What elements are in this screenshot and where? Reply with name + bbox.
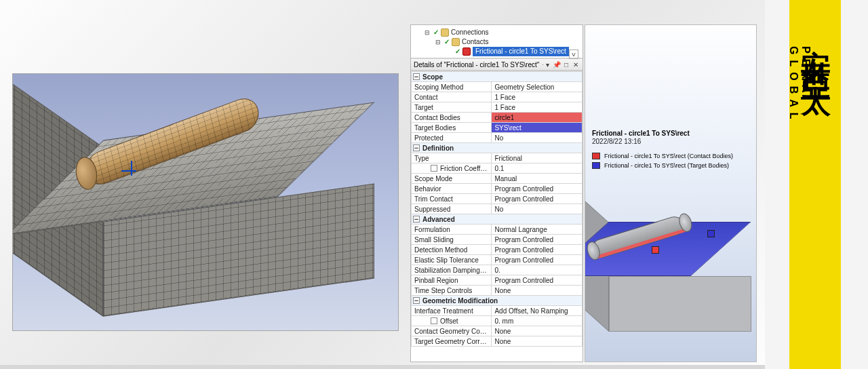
prop-value[interactable]: None	[492, 286, 583, 296]
section-definition: −Definition	[412, 143, 583, 153]
check-icon: ✓	[455, 47, 460, 56]
prop-label: Friction Coefficient	[412, 163, 492, 174]
collapse-icon[interactable]: ⊟	[434, 38, 442, 46]
prop-value[interactable]: No	[492, 133, 583, 143]
brand-sidebar: PERA GLOBAL 安世亞太	[765, 0, 868, 369]
prop-label: Pinball Region	[412, 275, 492, 286]
prop-value[interactable]: Frictional	[492, 153, 583, 163]
prop-label: Suppressed	[412, 204, 492, 214]
prop-value[interactable]: Manual	[492, 174, 583, 184]
prop-label: Contact Bodies	[412, 113, 492, 123]
prop-label: Offset	[412, 316, 492, 326]
minus-icon[interactable]: −	[413, 297, 420, 304]
prop-value[interactable]: Program Controlled	[492, 245, 583, 255]
legend-target: Frictional - circle1 To SYS\rect (Target…	[592, 162, 729, 169]
contact-marker-icon	[652, 246, 659, 254]
folder-icon	[452, 38, 460, 46]
prop-label: Target	[412, 102, 492, 113]
prop-label: Contact Geometry Correction	[412, 326, 492, 336]
minus-icon[interactable]: −	[413, 73, 420, 80]
mesh-block	[121, 112, 352, 307]
prop-value[interactable]: 0. mm	[492, 316, 583, 326]
minus-icon[interactable]: −	[413, 216, 420, 222]
tree-node-frictional[interactable]: Frictional - circle1 To SYS\rect	[473, 47, 569, 56]
prop-label: Time Step Controls	[412, 286, 492, 296]
brand-english: PERA GLOBAL	[787, 46, 812, 125]
prop-value-contact-bodies[interactable]: circle1	[492, 113, 583, 123]
prop-value[interactable]: Program Controlled	[492, 235, 583, 245]
details-titlebar: Details of "Frictional - circle1 To SYS\…	[411, 58, 583, 71]
coordinate-triad-icon	[121, 161, 142, 181]
checkbox-icon[interactable]	[431, 165, 437, 172]
contact-geometry	[606, 222, 748, 334]
prop-value[interactable]: None	[492, 336, 583, 347]
legend-contact: Frictional - circle1 To SYS\rect (Contac…	[592, 153, 733, 159]
legend-label: Frictional - circle1 To SYS\rect (Target…	[604, 162, 729, 169]
viewport-timestamp: 2022/8/22 13:16	[592, 138, 641, 145]
prop-label: Trim Contact	[412, 194, 492, 204]
prop-value[interactable]: Geometry Selection	[492, 82, 583, 92]
prop-label: Behavior	[412, 184, 492, 194]
prop-value[interactable]: None	[492, 326, 583, 336]
prop-value[interactable]: Program Controlled	[492, 275, 583, 286]
prop-value[interactable]: Program Controlled	[492, 194, 583, 204]
section-advanced: −Advanced	[412, 214, 583, 225]
contact-preview-viewport[interactable]: Frictional - circle1 To SYS\rect 2022/8/…	[585, 24, 757, 362]
check-icon: ✓	[433, 28, 439, 37]
prop-value[interactable]: 0.	[492, 265, 583, 275]
prop-label: Scope Mode	[412, 174, 492, 184]
prop-label: Detection Method	[412, 245, 492, 255]
folder-icon	[441, 28, 449, 37]
target-marker-icon	[707, 230, 715, 237]
prop-label: Small Sliding	[412, 235, 492, 245]
dropdown-icon[interactable]: ▾	[543, 61, 551, 69]
legend-label: Frictional - circle1 To SYS\rect (Contac…	[604, 153, 733, 159]
prop-label: Target Bodies	[412, 123, 492, 133]
details-title-text: Details of "Frictional - circle1 To SYS\…	[414, 61, 539, 69]
footer-divider	[0, 365, 765, 369]
prop-label: Protected	[412, 133, 492, 143]
dock-icon[interactable]: □	[562, 61, 570, 69]
prop-value[interactable]: 0.1	[492, 163, 583, 174]
prop-value[interactable]: Program Controlled	[492, 255, 583, 265]
details-panel: ⊟ ✓ Connections ⊟ ✓ Contacts ✓ Frictiona…	[410, 24, 583, 362]
prop-label: Scoping Method	[412, 82, 492, 92]
collapse-icon[interactable]: ⊟	[423, 28, 431, 37]
close-icon[interactable]: ✕	[572, 61, 580, 69]
outline-tree[interactable]: ⊟ ✓ Connections ⊟ ✓ Contacts ✓ Frictiona…	[411, 25, 583, 58]
prop-value[interactable]: 1 Face	[492, 92, 583, 102]
prop-value[interactable]: No	[492, 204, 583, 214]
checkbox-icon[interactable]	[431, 317, 437, 324]
section-geometric-modification: −Geometric Modification	[412, 296, 583, 306]
prop-label: Target Geometry Correction	[412, 336, 492, 347]
tree-node-connections[interactable]: Connections	[451, 28, 489, 37]
tree-dropdown-icon[interactable]: ⅴ	[569, 50, 578, 59]
viewport-title: Frictional - circle1 To SYS\rect	[592, 130, 690, 137]
prop-label: Stabilization Damping Factor	[412, 265, 492, 275]
prop-value[interactable]: 1 Face	[492, 102, 583, 113]
prop-value[interactable]: Add Offset, No Ramping	[492, 306, 583, 316]
prop-label: Interface Treatment	[412, 306, 492, 316]
prop-label: Formulation	[412, 225, 492, 235]
prop-value-target-bodies[interactable]: SYS\rect	[492, 123, 583, 133]
prop-value[interactable]: Normal Lagrange	[492, 225, 583, 235]
legend-swatch-blue	[592, 162, 600, 169]
prop-value[interactable]: Program Controlled	[492, 184, 583, 194]
section-scope: −Scope	[412, 72, 583, 82]
legend-swatch-red	[592, 153, 600, 159]
property-grid[interactable]: −Scope Scoping MethodGeometry Selection …	[411, 71, 583, 362]
check-icon: ✓	[444, 37, 450, 47]
tree-node-contacts[interactable]: Contacts	[462, 37, 488, 47]
prop-label: Contact	[412, 92, 492, 102]
prop-label: Elastic Slip Tolerance	[412, 255, 492, 265]
minus-icon[interactable]: −	[413, 144, 420, 151]
contact-icon	[462, 47, 471, 56]
pin-icon[interactable]: 📌	[553, 61, 561, 69]
prop-label: Type	[412, 153, 492, 163]
mesh-preview-viewport[interactable]	[12, 73, 399, 331]
